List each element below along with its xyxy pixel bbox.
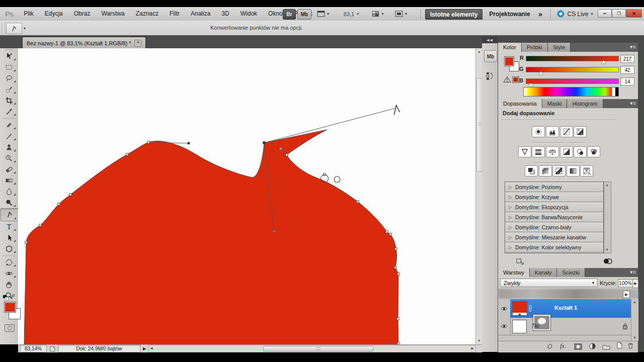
view-extras-button[interactable]: ▾ bbox=[314, 9, 332, 19]
cs-live-button[interactable]: CS Live ▾ bbox=[555, 9, 595, 19]
channel-b-value[interactable]: 14 bbox=[620, 77, 634, 85]
tool-spot-healing-brush[interactable] bbox=[0, 120, 18, 131]
channel-g-slider-thumb[interactable] bbox=[539, 71, 543, 74]
workspace-overflow-button[interactable]: » bbox=[534, 9, 546, 19]
layer-row-ksztalt-1[interactable]: Kształt 1 bbox=[510, 299, 631, 318]
layer-name[interactable]: Tło bbox=[531, 323, 539, 329]
scroll-up-icon[interactable]: ▲ bbox=[631, 299, 638, 305]
tool-quick-selection[interactable] bbox=[0, 84, 18, 95]
menu-edycja[interactable]: Edycja bbox=[39, 7, 68, 21]
tool-3d-rotate[interactable] bbox=[0, 257, 18, 268]
tool-move[interactable] bbox=[0, 51, 18, 62]
preset-krzywe[interactable]: ▷Domyślne: Krzywe bbox=[505, 192, 603, 202]
delete-layer-button[interactable] bbox=[626, 342, 635, 349]
panel-menu-icon[interactable]: ▾≡ bbox=[630, 100, 636, 107]
expand-dock-button[interactable]: ◀◀ bbox=[482, 37, 498, 43]
scroll-left-icon[interactable]: ◀ bbox=[150, 346, 152, 350]
gamut-warning-icon[interactable] bbox=[503, 75, 511, 83]
layer-visibility-toggle[interactable] bbox=[498, 318, 511, 335]
menu-analiza[interactable]: Analiza bbox=[185, 7, 216, 21]
blend-mode-dropdown[interactable]: Zwykły ▾ bbox=[500, 279, 598, 287]
link-layers-button[interactable] bbox=[545, 343, 554, 350]
new-group-button[interactable] bbox=[602, 343, 611, 350]
canvas-vertical-scrollbar[interactable]: ▲ ▼ bbox=[475, 48, 482, 344]
preset-poziomy[interactable]: ▷Domyślne: Poziomy bbox=[505, 182, 603, 192]
preset-mieszanie-kanalow[interactable]: ▷Domyślne: Mieszanie kanałów bbox=[505, 232, 603, 242]
quick-mask-button[interactable] bbox=[5, 324, 15, 332]
layer-style-button[interactable]: fx. bbox=[558, 342, 568, 349]
tool-shape[interactable] bbox=[0, 243, 18, 254]
adjustment-selective-color-button[interactable] bbox=[580, 165, 593, 176]
adjustment-levels-button[interactable] bbox=[546, 126, 559, 137]
gamut-color-swatch[interactable] bbox=[512, 76, 519, 83]
tool-gradient[interactable] bbox=[0, 175, 18, 186]
tool-clone-stamp[interactable] bbox=[0, 142, 18, 153]
tab-dopasowania[interactable]: Dopasowania bbox=[498, 99, 542, 108]
tab-kanaly[interactable]: Kanały bbox=[530, 268, 557, 277]
tool-convert-point[interactable] bbox=[0, 208, 19, 221]
scroll-down-icon[interactable]: ▼ bbox=[631, 335, 638, 341]
adjustment-photo-filter-button[interactable] bbox=[574, 146, 587, 157]
preset-ekspozycja[interactable]: ▷Domyślne: Ekspozycja bbox=[505, 202, 603, 212]
canvas-horizontal-scrollbar[interactable]: ◀ ▶ bbox=[148, 345, 475, 352]
document-tab[interactable]: Bez nazwy-1 @ 83,1% (Kształt 1,RGB/8) * … bbox=[22, 37, 146, 49]
clip-to-layer-button[interactable] bbox=[603, 257, 613, 267]
layer-name[interactable]: Kształt 1 bbox=[554, 305, 577, 311]
channel-r-value[interactable]: 217 bbox=[620, 55, 634, 63]
status-flyout-icon[interactable]: ▶ bbox=[140, 346, 148, 351]
opacity-value-field[interactable]: 100% bbox=[618, 279, 633, 287]
menu-3d[interactable]: 3D bbox=[216, 7, 234, 21]
minimize-button[interactable]: ━ bbox=[598, 9, 612, 18]
tool-brush[interactable] bbox=[0, 131, 18, 142]
tool-rectangular-marquee[interactable] bbox=[0, 62, 18, 73]
channel-g-value[interactable]: 42 bbox=[620, 66, 634, 74]
menu-filtr[interactable]: Filtr bbox=[164, 7, 185, 21]
adjustment-exposure-button[interactable] bbox=[574, 126, 587, 137]
adjustment-gradient-map-button[interactable] bbox=[567, 165, 580, 176]
layers-scrollbar[interactable]: ▲ ▼ bbox=[631, 299, 638, 341]
mini-bridge-panel-button[interactable]: Mb bbox=[484, 50, 497, 62]
switch-panel-view-button[interactable] bbox=[516, 257, 525, 267]
adjustment-channel-mixer-button[interactable] bbox=[587, 146, 600, 157]
tool-eraser[interactable] bbox=[0, 164, 18, 175]
workspace-istotne-elementy[interactable]: Istotne elementy bbox=[425, 9, 482, 20]
tab-warstwy[interactable]: Warstwy bbox=[498, 268, 530, 277]
tool-eyedropper[interactable] bbox=[0, 106, 18, 117]
handle-endpoint[interactable] bbox=[188, 142, 190, 145]
layer-thumbnail[interactable] bbox=[512, 320, 527, 333]
swap-colors-icon[interactable]: ⇄ bbox=[11, 293, 15, 298]
adjustment-curves-button[interactable] bbox=[560, 126, 573, 137]
adjustment-black-white-button[interactable] bbox=[560, 146, 573, 157]
tool-crop[interactable] bbox=[0, 95, 18, 106]
adjustment-threshold-button[interactable] bbox=[552, 165, 566, 176]
zoom-level-control[interactable]: 83,1 ▾ bbox=[340, 9, 362, 19]
tab-sciezki[interactable]: Ścieżki bbox=[557, 268, 585, 277]
shape-kształt-1[interactable] bbox=[24, 130, 398, 344]
tool-hand[interactable] bbox=[0, 279, 18, 290]
document-canvas[interactable] bbox=[18, 48, 475, 344]
new-layer-button[interactable] bbox=[615, 342, 624, 349]
restore-button[interactable]: ❐ bbox=[612, 9, 626, 18]
adjustment-posterize-button[interactable] bbox=[539, 165, 552, 176]
adjustment-vibrance-button[interactable] bbox=[518, 146, 531, 157]
document-close-icon[interactable]: ✕ bbox=[134, 40, 141, 47]
scroll-up-icon[interactable]: ▲ bbox=[604, 182, 610, 188]
adjustment-invert-button[interactable] bbox=[525, 165, 538, 176]
tool-preset-arrow-icon[interactable]: ▾ bbox=[24, 26, 26, 31]
color-spectrum-ramp[interactable] bbox=[523, 87, 619, 97]
menu-obraz[interactable]: Obraz bbox=[68, 7, 96, 21]
handle-endpoint[interactable] bbox=[273, 230, 276, 233]
menu-plik[interactable]: Plik bbox=[18, 7, 39, 21]
tool-type[interactable]: T bbox=[0, 221, 18, 232]
screen-mode-button[interactable]: ▾ bbox=[392, 9, 410, 19]
fill-slider-arrow-icon[interactable]: ▶ bbox=[623, 291, 630, 298]
bridge-button[interactable]: Br bbox=[283, 9, 296, 20]
close-button[interactable]: ✕ bbox=[626, 9, 642, 18]
channel-r-slider-thumb[interactable] bbox=[602, 60, 606, 63]
scroll-down-icon[interactable]: ▼ bbox=[604, 247, 610, 253]
horizontal-scroll-thumb[interactable] bbox=[263, 346, 373, 351]
tab-histogram[interactable]: Histogram bbox=[567, 99, 603, 108]
preset-barwa-nasycenie[interactable]: ▷Domyślne: Barwa/Nasycenie bbox=[505, 212, 603, 222]
default-colors-icon[interactable] bbox=[3, 294, 10, 303]
tool-3d-orbit[interactable] bbox=[0, 268, 18, 279]
